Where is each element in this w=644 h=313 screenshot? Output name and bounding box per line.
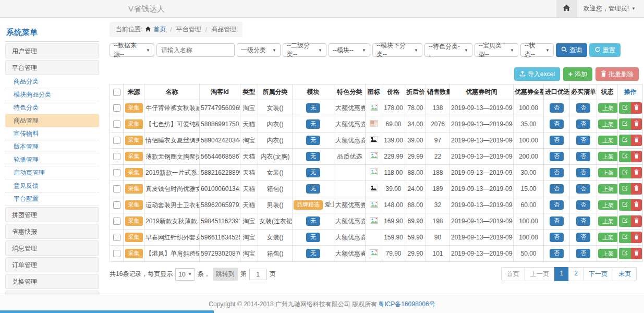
edit-button[interactable] [619,248,631,259]
row-checkbox[interactable] [113,169,120,176]
must-buy-toggle[interactable]: 否 [576,233,590,242]
sidebar-subitem[interactable]: 轮播管理 [5,153,99,166]
row-checkbox[interactable] [113,185,120,192]
delete-button[interactable] [631,183,642,195]
home-button[interactable] [556,0,577,17]
must-buy-toggle[interactable]: 否 [576,103,590,112]
must-buy-toggle[interactable]: 否 [576,119,590,128]
edit-button[interactable] [619,102,631,114]
status-button[interactable]: 上架 [598,184,618,194]
filter-select[interactable]: --模块下分类--▼ [372,43,422,57]
row-checkbox[interactable] [113,153,120,160]
pager-item[interactable]: 首页 [501,267,525,281]
sidebar-subitem[interactable]: 版本管理 [5,140,99,153]
select-all-checkbox[interactable] [113,89,120,96]
sidebar-subitem[interactable]: 商品分类 [5,75,99,88]
pager-item[interactable]: 末页 [613,267,637,281]
delete-button[interactable] [631,232,642,243]
must-buy-toggle[interactable]: 否 [576,184,590,193]
filter-select[interactable]: --状态--▼ [520,43,554,57]
import-toggle[interactable]: 否 [550,168,564,177]
import-toggle[interactable]: 否 [550,249,564,258]
must-buy-toggle[interactable]: 否 [576,249,590,258]
filter-select[interactable]: --二级分类--▼ [283,43,326,57]
row-checkbox[interactable] [113,104,120,112]
sidebar-item[interactable]: 订单管理 [5,257,99,272]
edit-button[interactable] [619,118,631,130]
delete-button[interactable] [631,199,642,211]
import-toggle[interactable]: 否 [550,200,564,209]
row-checkbox[interactable] [113,121,120,128]
pager-item[interactable]: 2 [568,267,584,281]
delete-button[interactable] [631,151,642,162]
status-button[interactable]: 上架 [598,103,618,113]
sidebar-item[interactable]: 平台管理 [5,60,99,75]
row-checkbox[interactable] [113,234,120,241]
import-toggle[interactable]: 否 [550,184,564,193]
status-button[interactable]: 上架 [598,152,618,161]
edit-button[interactable] [619,167,631,178]
filter-select[interactable]: --特色分类--▼ [424,43,472,57]
edit-button[interactable] [619,135,631,146]
sidebar-subitem[interactable]: 宣传物料 [5,127,99,140]
edit-button[interactable] [619,199,631,211]
must-buy-toggle[interactable]: 否 [576,136,590,145]
pager-item[interactable]: 下一页 [583,267,613,281]
add-button[interactable]: + 添加 [563,67,592,81]
row-checkbox[interactable] [113,250,120,257]
batch-delete-button[interactable]: 批量删除 [596,67,639,81]
import-excel-button[interactable]: 导入excel [514,67,560,81]
sidebar-item[interactable]: 用户管理 [5,43,99,58]
jump-button[interactable]: 跳转到 [213,268,238,281]
import-toggle[interactable]: 否 [550,103,564,112]
delete-button[interactable] [631,248,642,259]
must-buy-toggle[interactable]: 否 [576,168,590,177]
sidebar-item[interactable]: 拼团管理 [5,207,99,222]
import-toggle[interactable]: 否 [550,216,564,225]
edit-button[interactable] [619,183,631,195]
edit-button[interactable] [619,215,631,227]
pager-item[interactable]: 上一页 [525,267,555,281]
edit-button[interactable] [619,151,631,162]
status-button[interactable]: 上架 [598,249,618,258]
sidebar-item[interactable]: 省惠快报 [5,224,99,239]
must-buy-toggle[interactable]: 否 [576,200,590,209]
sidebar-subitem[interactable]: 意见反馈 [5,179,99,192]
breadcrumb-item[interactable]: 平台管理 [176,25,201,34]
sidebar-subitem[interactable]: 模块商品分类 [5,88,99,101]
page-size-select[interactable]: 10 ▼ [175,268,195,281]
import-toggle[interactable]: 否 [550,152,564,161]
import-toggle[interactable]: 否 [550,119,564,128]
status-button[interactable]: 上架 [598,168,618,177]
status-button[interactable]: 上架 [598,119,618,129]
filter-select[interactable]: 一级分类▼ [237,43,281,57]
status-button[interactable]: 上架 [598,136,618,145]
page-number-input[interactable] [249,269,267,280]
search-button[interactable]: 查询 [556,43,587,57]
must-buy-toggle[interactable]: 否 [576,152,590,161]
pager-item[interactable]: 1 [554,267,569,281]
status-button[interactable]: 上架 [598,233,618,242]
breadcrumb-home-link[interactable]: 首页 [145,25,166,34]
horizontal-scrollbar-thumb[interactable] [0,310,214,313]
user-menu[interactable]: 欢迎您，管理员! ▼ [577,4,644,13]
import-toggle[interactable]: 否 [550,233,564,242]
filter-select[interactable]: --宝贝类型--▼ [475,43,518,57]
edit-button[interactable] [619,232,631,243]
filter-select[interactable]: --模块--▼ [329,43,370,57]
filter-select[interactable]: --数据来源--▼ [110,43,154,57]
delete-button[interactable] [631,135,642,146]
sidebar-subitem[interactable]: 特色分类 [5,101,99,114]
delete-button[interactable] [631,167,642,178]
import-toggle[interactable]: 否 [550,136,564,145]
delete-button[interactable] [631,118,642,130]
icp-link[interactable]: 粤ICP备16098006号 [378,300,435,309]
row-checkbox[interactable] [113,201,120,209]
status-button[interactable]: 上架 [598,200,618,210]
row-checkbox[interactable] [113,137,120,144]
must-buy-toggle[interactable]: 否 [576,216,590,225]
delete-button[interactable] [631,102,642,114]
sidebar-subitem[interactable]: 平台配置 [5,192,99,206]
row-checkbox[interactable] [113,218,120,225]
status-button[interactable]: 上架 [598,216,618,226]
